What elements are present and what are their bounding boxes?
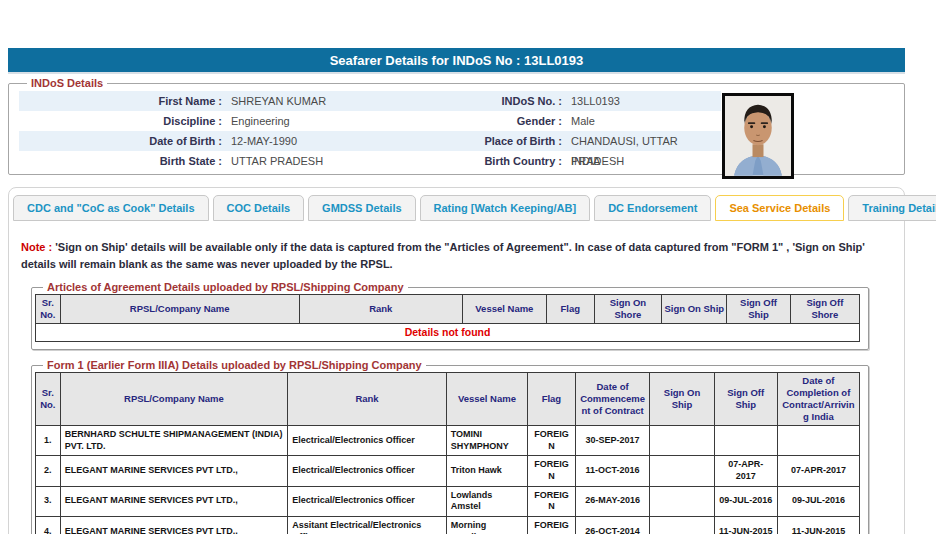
- form1-section: Form 1 (Earlier Form IIIA) Details uploa…: [31, 359, 869, 534]
- detail-label: Gender :: [463, 111, 571, 131]
- indos-details-rows: First Name :SHREYAN KUMARINDoS No. :13LL…: [19, 91, 721, 171]
- table-cell: ELEGANT MARINE SERVICES PVT LTD.,: [60, 486, 288, 516]
- table-cell: BERNHARD SCHULTE SHIPMANAGEMENT (INDIA) …: [60, 425, 288, 455]
- table-row: 2.ELEGANT MARINE SERVICES PVT LTD.,Elect…: [36, 456, 860, 486]
- table-cell: FOREIGN: [528, 517, 576, 534]
- detail-label: INDoS No. :: [463, 91, 571, 111]
- table-row: 3.ELEGANT MARINE SERVICES PVT LTD.,Elect…: [36, 486, 860, 516]
- detail-value: Male: [571, 111, 721, 131]
- column-header: Sign Off Shore: [790, 295, 859, 324]
- table-cell: 07-APR-2017: [777, 456, 859, 486]
- table-cell: Morning Caroline: [446, 517, 527, 534]
- form1-legend: Form 1 (Earlier Form IIIA) Details uploa…: [43, 359, 426, 371]
- table-cell: Electrical/Electronics Officer: [288, 425, 447, 455]
- table-cell: FOREIGN: [528, 486, 576, 516]
- table-cell: 26-OCT-2014: [575, 517, 650, 534]
- note-body: 'Sign on Ship' details will be available…: [21, 241, 865, 270]
- table-cell: 1.: [36, 425, 61, 455]
- detail-value: CHANDAUSI, UTTAR PRADESH: [571, 131, 721, 151]
- table-cell: Electrical/Electronics Officer: [288, 486, 447, 516]
- column-header: RPSL/Company Name: [60, 295, 299, 324]
- table-cell: Electrical/Electronics Officer: [288, 456, 447, 486]
- aoa-header-row: Sr. No.RPSL/Company NameRankVessel NameF…: [36, 295, 860, 324]
- table-cell: 3.: [36, 486, 61, 516]
- details-row: First Name :SHREYAN KUMARINDoS No. :13LL…: [19, 91, 721, 111]
- column-header: Vessel Name: [462, 295, 546, 324]
- detail-value: 12-MAY-1990: [231, 131, 463, 151]
- column-header: Rank: [299, 295, 462, 324]
- tab-list: CDC and "CoC as Cook" DetailsCOC Details…: [9, 195, 904, 221]
- table-cell: [714, 425, 777, 455]
- detail-value: INDIA: [571, 151, 721, 171]
- tab-training-details[interactable]: Training Details: [848, 195, 936, 221]
- table-cell: 30-SEP-2017: [575, 425, 650, 455]
- tab-cdc-and-coc-as-cook-details[interactable]: CDC and "CoC as Cook" Details: [13, 195, 209, 221]
- table-cell: [650, 425, 714, 455]
- table-cell: ELEGANT MARINE SERVICES PVT LTD.,: [60, 456, 288, 486]
- column-header: Sign On Ship: [662, 295, 727, 324]
- tab-rating-watch-keeping-ab[interactable]: Rating [Watch Keeping/AB]: [420, 195, 591, 221]
- table-cell: [650, 456, 714, 486]
- details-row: Date of Birth :12-MAY-1990Place of Birth…: [19, 131, 721, 151]
- table-row: Details not found: [36, 323, 860, 342]
- column-header: Sign Off Ship: [727, 295, 790, 324]
- table-cell: 2.: [36, 456, 61, 486]
- table-cell: 07-APR-2017: [714, 456, 777, 486]
- seafarer-photo: [722, 93, 794, 179]
- detail-label: Birth State :: [19, 151, 231, 171]
- articles-of-agreement-section: Articles of Agreement Details uploaded b…: [31, 281, 869, 350]
- detail-label: Birth Country :: [463, 151, 571, 171]
- column-header: Sr. No.: [36, 373, 61, 426]
- detail-value: SHREYAN KUMAR: [231, 91, 463, 111]
- page: Seafarer Details for INDoS No : 13LL0193…: [8, 48, 905, 534]
- table-cell: 09-JUL-2016: [714, 486, 777, 516]
- empty-message: Details not found: [36, 323, 860, 342]
- column-header: Sign On Shore: [594, 295, 662, 324]
- detail-label: First Name :: [19, 91, 231, 111]
- column-header: Sr. No.: [36, 295, 61, 324]
- column-header: RPSL/Company Name: [60, 373, 288, 426]
- tab-sea-service-details[interactable]: Sea Service Details: [715, 195, 844, 221]
- aoa-table: Sr. No.RPSL/Company NameRankVessel NameF…: [35, 294, 860, 342]
- column-header: Flag: [546, 295, 594, 324]
- table-cell: Triton Hawk: [446, 456, 527, 486]
- form1-table: Sr. No.RPSL/Company NameRankVessel NameF…: [35, 372, 860, 534]
- note-text: Note : 'Sign on Ship' details will be av…: [21, 239, 892, 272]
- detail-value: Engineering: [231, 111, 463, 131]
- details-row: Discipline :EngineeringGender :Male: [19, 111, 721, 131]
- detail-label: Date of Birth :: [19, 131, 231, 151]
- table-cell: Assitant Electrical/Electronics Officer: [288, 517, 447, 534]
- table-cell: FOREIGN: [528, 456, 576, 486]
- detail-label: Place of Birth :: [463, 131, 571, 151]
- column-header: Sign On Ship: [650, 373, 714, 426]
- table-cell: FOREIGN: [528, 425, 576, 455]
- tab-dc-endorsement[interactable]: DC Endorsement: [594, 195, 711, 221]
- table-cell: ELEGANT MARINE SERVICES PVT LTD.,: [60, 517, 288, 534]
- detail-value: UTTAR PRADESH: [231, 151, 463, 171]
- table-cell: Lowlands Amstel: [446, 486, 527, 516]
- detail-value: 13LL0193: [571, 91, 721, 111]
- table-cell: 11-OCT-2016: [575, 456, 650, 486]
- indos-details-legend: INDoS Details: [27, 77, 107, 89]
- seafarer-photo-graphic: [725, 96, 791, 176]
- column-header: Rank: [288, 373, 447, 426]
- column-header: Flag: [528, 373, 576, 426]
- tab-coc-details[interactable]: COC Details: [213, 195, 305, 221]
- table-cell: 11-JUN-2015: [777, 517, 859, 534]
- table-row: 1.BERNHARD SCHULTE SHIPMANAGEMENT (INDIA…: [36, 425, 860, 455]
- table-cell: [650, 517, 714, 534]
- articles-of-agreement-legend: Articles of Agreement Details uploaded b…: [43, 281, 408, 293]
- table-cell: [650, 486, 714, 516]
- tab-gmdss-details[interactable]: GMDSS Details: [308, 195, 415, 221]
- tab-panel: CDC and "CoC as Cook" DetailsCOC Details…: [8, 187, 905, 534]
- column-header: Sign Off Ship: [714, 373, 777, 426]
- column-header: Date of Completion of Contract/Arriving …: [777, 373, 859, 426]
- table-cell: 26-MAY-2016: [575, 486, 650, 516]
- details-row: Birth State :UTTAR PRADESHBirth Country …: [19, 151, 721, 171]
- indos-details-section: INDoS Details First Name :SHREYAN KUMARI…: [8, 77, 905, 175]
- table-cell: TOMINI SHYMPHONY: [446, 425, 527, 455]
- table-cell: 11-JUN-2015: [714, 517, 777, 534]
- table-row: 4.ELEGANT MARINE SERVICES PVT LTD.,Assit…: [36, 517, 860, 534]
- detail-label: Discipline :: [19, 111, 231, 131]
- page-title: Seafarer Details for INDoS No : 13LL0193: [8, 48, 905, 74]
